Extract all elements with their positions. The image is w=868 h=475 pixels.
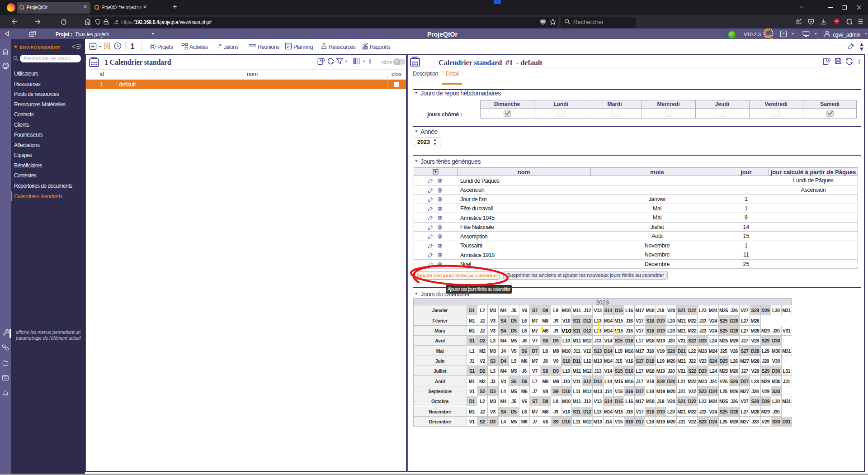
svg-text:?: ? (782, 32, 784, 36)
svg-text:uO: uO (835, 20, 839, 23)
svg-text:</>: </> (4, 377, 7, 380)
